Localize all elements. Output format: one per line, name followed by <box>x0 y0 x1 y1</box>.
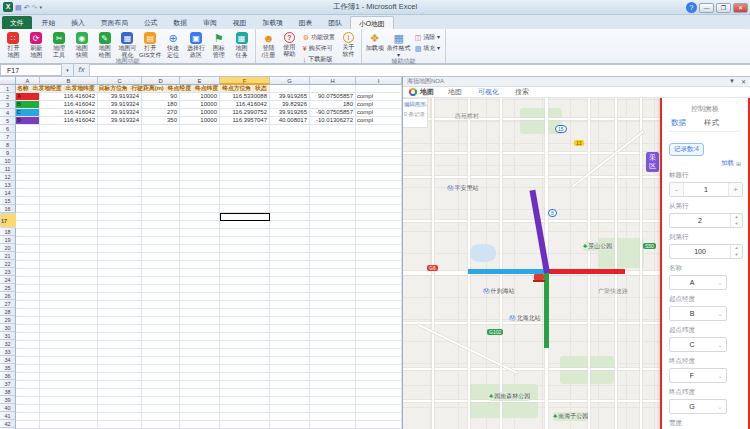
column-header[interactable]: D <box>142 77 180 85</box>
column-header[interactable]: E <box>180 77 220 85</box>
ribbon-tab[interactable]: 插入 <box>63 16 93 29</box>
ribbon-button[interactable]: ▦ 地图 任务 <box>230 31 253 58</box>
row-header[interactable]: 15 <box>0 197 16 205</box>
row-header[interactable]: 18 <box>0 228 16 236</box>
start-lng-select[interactable]: B⌄ <box>669 306 727 321</box>
ribbon-tab[interactable]: 数据 <box>166 16 196 29</box>
row-header[interactable]: 23 <box>0 268 16 276</box>
grid[interactable]: 名称出发地经度出发地纬度目标方位角行驶距离(m)终点经度终点纬度终点方位角状态 … <box>16 85 402 429</box>
header-cell[interactable]: 终点纬度 <box>194 85 221 93</box>
cell[interactable]: compl <box>356 101 402 109</box>
row-header[interactable]: 1 <box>0 85 16 93</box>
end-lat-select[interactable]: G⌄ <box>669 399 727 414</box>
header-cell[interactable]: 目标方位角 <box>98 85 131 93</box>
about-button[interactable]: i 关于 软件 <box>338 31 359 57</box>
load-grid-icon[interactable]: ⊞ <box>736 160 741 167</box>
minimize-button[interactable]: — <box>699 3 714 13</box>
column-header[interactable]: F <box>220 77 270 85</box>
cell[interactable]: 90.07505857 <box>310 93 356 101</box>
column-header[interactable]: A <box>16 77 40 85</box>
ribbon-button[interactable]: ▦ 地图可 视化 <box>116 31 139 58</box>
ribbon-button[interactable]: ▤ 打开 GIS文件 <box>139 31 162 58</box>
minus-button[interactable]: - <box>670 183 684 196</box>
row-header[interactable]: 5 <box>0 117 16 125</box>
row-header[interactable]: 35 <box>0 364 16 372</box>
row-header[interactable]: 33 <box>0 348 16 356</box>
load-link[interactable]: 加载 <box>721 159 734 168</box>
conditional-format-button[interactable]: ▦ 条件格式 ▾ <box>386 31 412 58</box>
row-header[interactable]: 3 <box>0 101 16 109</box>
ribbon-button[interactable]: ⊕ 快速 定位 <box>162 31 185 58</box>
ribbon-tab[interactable]: 页面布局 <box>93 16 136 29</box>
end-lng-select[interactable]: F⌄ <box>669 368 727 383</box>
row-header[interactable]: 26 <box>0 292 16 300</box>
name-box[interactable]: F17 <box>0 64 62 76</box>
to-row-input[interactable]: 100 ▲▼ <box>669 244 743 259</box>
row-header[interactable]: 41 <box>0 412 16 420</box>
row-header[interactable]: 11 <box>0 165 16 173</box>
ribbon-button[interactable]: ◉ 地图 快照 <box>70 31 93 58</box>
cell[interactable]: 39.919265 <box>270 93 310 101</box>
cell[interactable]: 10000 <box>180 93 220 101</box>
row-header[interactable]: 2 <box>0 93 16 101</box>
cell[interactable]: 90 <box>142 93 180 101</box>
login-button[interactable]: ☻ 登陆 /注册 <box>258 31 279 58</box>
ribbon-mini-button[interactable]: ◫ 清除 ▾ <box>415 33 440 42</box>
row-header[interactable]: 12 <box>0 173 16 181</box>
column-header[interactable]: G <box>270 77 310 85</box>
header-cell[interactable]: 名称 <box>16 85 32 93</box>
ribbon-button[interactable]: ⟳ 刷新 地图 <box>25 31 48 58</box>
cell[interactable]: 116.416042 <box>40 93 98 101</box>
header-cell[interactable]: 状态 <box>254 85 270 93</box>
cell[interactable]: 180 <box>142 101 180 109</box>
help-icon[interactable]: ? <box>686 2 697 13</box>
addins-button[interactable]: ❖ 加载项 <box>364 31 386 52</box>
ribbon-tab[interactable]: 开始 <box>34 16 64 29</box>
map-canvas[interactable]: 西苑桥村平安里站什刹海站北海北站景山公园园南森林公园南海子公园广渠快速路G102… <box>403 98 750 429</box>
cell[interactable]: -90.07505857 <box>310 109 356 117</box>
zone-badge[interactable]: 采区 <box>646 152 659 172</box>
ribbon-mini-button[interactable]: ↓ 下载新版 <box>303 55 335 64</box>
cell[interactable]: 116.5330088 <box>220 93 270 101</box>
name-select[interactable]: A⌄ <box>669 275 727 290</box>
name-cell[interactable]: B <box>16 101 40 109</box>
row-header[interactable]: 42 <box>0 420 16 428</box>
column-header[interactable]: H <box>310 77 356 85</box>
select-all-corner[interactable] <box>0 77 16 85</box>
ribbon-button[interactable]: ⚑ 图标 管理 <box>207 31 230 58</box>
cell[interactable]: -10.01306272 <box>310 117 356 125</box>
formula-input[interactable] <box>90 64 750 76</box>
cell[interactable]: 116.416042 <box>220 101 270 109</box>
cell[interactable]: compl <box>356 109 402 117</box>
title-row-stepper[interactable]: - 1 + <box>669 182 743 197</box>
header-cell[interactable]: 行驶距离(m) <box>131 85 167 93</box>
cell[interactable]: compl <box>356 117 402 125</box>
name-cell[interactable]: A <box>16 93 40 101</box>
header-cell[interactable]: 终点方位角 <box>221 85 254 93</box>
ribbon-tab[interactable]: 团队 <box>320 16 350 29</box>
cell[interactable]: 39.919324 <box>98 117 142 125</box>
bearing-line[interactable] <box>547 269 625 274</box>
ribbon-tab[interactable]: 图表 <box>291 16 321 29</box>
header-cell[interactable]: 出发地经度 <box>32 85 65 93</box>
cell[interactable]: 116.3957047 <box>220 117 270 125</box>
cell[interactable]: 350 <box>142 117 180 125</box>
cell[interactable]: 116.2990752 <box>220 109 270 117</box>
row-header[interactable]: 7 <box>0 133 16 141</box>
row-header[interactable]: 39 <box>0 396 16 404</box>
column-header[interactable]: I <box>356 77 402 85</box>
row-header[interactable]: 29 <box>0 316 16 324</box>
pane-close-icon[interactable]: ✕ <box>741 78 746 85</box>
pane-tab[interactable]: 地图 <box>448 87 462 97</box>
control-panel-tab[interactable]: 样式 <box>704 118 719 128</box>
spinner-icon[interactable]: ▲▼ <box>730 214 742 227</box>
row-header[interactable]: 8 <box>0 141 16 149</box>
row-header[interactable]: 32 <box>0 340 16 348</box>
name-cell[interactable]: D <box>16 117 40 125</box>
row-header[interactable]: 6 <box>0 125 16 133</box>
start-lat-select[interactable]: C⌄ <box>669 337 727 352</box>
ribbon-mini-button[interactable]: ¥ 购买许可 <box>303 44 335 53</box>
row-header[interactable]: 22 <box>0 260 16 268</box>
row-header[interactable]: 28 <box>0 308 16 316</box>
bearing-line[interactable] <box>544 273 549 348</box>
